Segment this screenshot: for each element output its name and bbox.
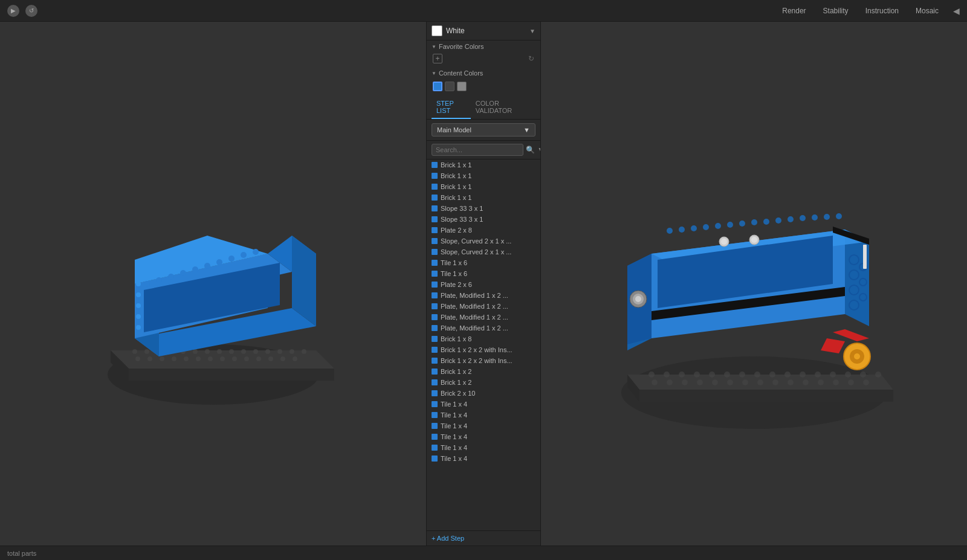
svg-point-80 — [712, 379, 718, 385]
svg-point-65 — [724, 372, 730, 378]
nav-instruction[interactable]: Instruction — [863, 7, 901, 15]
step-label: Slope 33 3 x 1 — [441, 205, 483, 212]
add-color-button[interactable]: + — [433, 54, 442, 63]
top-bar-nav: Render Stability Instruction Mosaic — [780, 7, 941, 15]
content-color-1[interactable] — [433, 82, 442, 91]
step-icon — [432, 314, 438, 320]
step-label: Tile 1 x 4 — [441, 411, 467, 419]
step-label: Plate 2 x 8 — [441, 227, 472, 234]
step-label: Tile 1 x 4 — [441, 444, 467, 451]
step-list-item[interactable]: Plate, Modified 1 x 2 ... — [427, 301, 540, 312]
search-icon[interactable]: 🔍 — [526, 146, 535, 154]
search-input[interactable] — [432, 144, 523, 156]
step-list-item[interactable]: Brick 1 x 1 — [427, 170, 540, 181]
step-list-item[interactable]: Tile 1 x 4 — [427, 442, 540, 453]
step-list-item[interactable]: Tile 1 x 6 — [427, 268, 540, 279]
step-list-item[interactable]: Plate 2 x 8 — [427, 225, 540, 236]
svg-point-74 — [860, 372, 866, 378]
step-list-item[interactable]: Brick 1 x 8 — [427, 333, 540, 344]
video-icon[interactable]: ▶ — [7, 5, 19, 17]
svg-point-101 — [667, 228, 673, 234]
svg-point-26 — [220, 356, 225, 361]
step-icon — [432, 423, 438, 429]
step-list-item[interactable]: Tile 1 x 4 — [427, 410, 540, 420]
step-list-item[interactable]: Brick 1 x 2 x 2 with Ins... — [427, 355, 540, 366]
left-viewport[interactable] — [0, 22, 426, 546]
tab-step-list[interactable]: STEP LIST — [432, 96, 471, 119]
step-label: Tile 1 x 4 — [441, 455, 467, 462]
svg-point-52 — [136, 292, 141, 297]
svg-point-86 — [803, 379, 809, 385]
step-list-item[interactable]: Brick 1 x 1 — [427, 159, 540, 170]
svg-point-32 — [293, 356, 297, 361]
step-list-item[interactable]: Brick 1 x 2 — [427, 366, 540, 377]
svg-point-69 — [784, 372, 791, 378]
svg-point-55 — [136, 325, 141, 330]
step-icon — [432, 292, 438, 298]
top-bar-right: ◀ — [953, 6, 960, 16]
svg-point-82 — [742, 379, 748, 385]
collapse-arrow[interactable]: ◀ — [953, 6, 960, 16]
refresh-favorites-icon[interactable]: ↻ — [528, 54, 534, 63]
content-colors-label: Content Colors — [439, 69, 483, 77]
step-label: Slope 33 3 x 1 — [441, 216, 483, 223]
step-list-item[interactable]: Tile 1 x 4 — [427, 431, 540, 442]
step-list-item[interactable]: Slope 33 3 x 1 — [427, 214, 540, 225]
svg-point-42 — [156, 277, 162, 283]
right-viewport[interactable] — [541, 22, 967, 546]
nav-stability[interactable]: Stability — [821, 7, 851, 15]
svg-point-78 — [682, 379, 688, 385]
step-list-item[interactable]: Brick 1 x 1 — [427, 181, 540, 192]
step-list-item[interactable]: Slope, Curved 2 x 1 x ... — [427, 246, 540, 257]
step-list-item[interactable]: Brick 2 x 10 — [427, 388, 540, 399]
content-chevron: ▼ — [432, 71, 436, 76]
add-step-button[interactable]: + Add Step — [427, 530, 540, 546]
tab-color-validator[interactable]: COLOR VALIDATOR — [471, 96, 535, 119]
fav-chevron: ▼ — [432, 44, 436, 50]
step-list-item[interactable]: Tile 1 x 4 — [427, 399, 540, 410]
svg-point-132 — [854, 353, 860, 359]
content-color-3[interactable] — [457, 82, 467, 91]
color-dropdown-arrow[interactable]: ▼ — [529, 28, 535, 34]
step-list-item[interactable]: Plate, Modified 1 x 2 ... — [427, 290, 540, 301]
step-list-item[interactable]: Slope, Curved 2 x 1 x ... — [427, 236, 540, 246]
svg-point-79 — [697, 379, 703, 385]
refresh-icon[interactable]: ↺ — [25, 5, 37, 17]
svg-point-46 — [204, 263, 210, 269]
svg-point-16 — [277, 349, 282, 354]
nav-render[interactable]: Render — [780, 7, 808, 15]
svg-point-9 — [193, 349, 198, 354]
color-selector[interactable]: White ▼ — [427, 22, 540, 40]
step-list-item[interactable]: Plate, Modified 1 x 2 ... — [427, 312, 540, 323]
step-list-item[interactable]: Plate 2 x 6 — [427, 279, 540, 290]
svg-point-18 — [302, 349, 306, 354]
model-select-box[interactable]: Main Model ▼ — [432, 123, 535, 137]
step-label: Brick 1 x 2 — [441, 379, 471, 386]
step-list-item[interactable]: Tile 1 x 4 — [427, 420, 540, 431]
step-list-item[interactable]: Brick 1 x 1 — [427, 192, 540, 203]
step-label: Brick 1 x 1 — [441, 172, 471, 179]
svg-point-107 — [739, 220, 745, 227]
nav-mosaic[interactable]: Mosaic — [913, 7, 941, 15]
step-list-item[interactable]: Tile 1 x 4 — [427, 453, 540, 464]
svg-point-41 — [144, 281, 150, 287]
svg-point-112 — [800, 215, 806, 221]
svg-point-51 — [136, 282, 141, 286]
svg-point-48 — [228, 256, 234, 262]
svg-point-75 — [875, 372, 881, 378]
step-icon — [432, 390, 438, 396]
step-label: Tile 1 x 4 — [441, 433, 467, 440]
svg-point-64 — [709, 372, 715, 378]
step-label: Plate 2 x 6 — [441, 281, 472, 288]
step-list-item[interactable]: Brick 1 x 2 x 2 with Ins... — [427, 344, 540, 355]
svg-point-110 — [775, 217, 781, 224]
step-list-item[interactable]: Plate, Modified 1 x 2 ... — [427, 323, 540, 333]
step-list-item[interactable]: Slope 33 3 x 1 — [427, 203, 540, 214]
svg-point-19 — [135, 356, 140, 361]
svg-point-30 — [268, 356, 273, 361]
step-list-item[interactable]: Brick 1 x 2 — [427, 377, 540, 388]
top-bar-icons: ▶ ↺ — [7, 5, 37, 17]
svg-point-15 — [265, 349, 270, 354]
step-list-item[interactable]: Tile 1 x 6 — [427, 257, 540, 268]
content-color-2[interactable] — [445, 82, 454, 91]
